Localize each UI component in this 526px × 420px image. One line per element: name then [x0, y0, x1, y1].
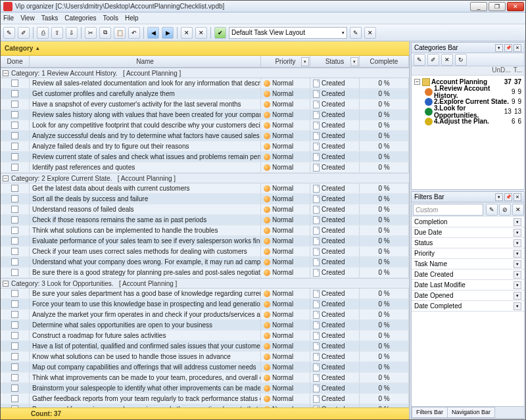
done-checkbox[interactable]: [11, 111, 18, 118]
toolbar-edit-task[interactable]: ✐: [18, 27, 30, 39]
done-checkbox[interactable]: [11, 143, 18, 150]
done-checkbox[interactable]: [11, 321, 18, 329]
toolbar-import[interactable]: ⇩: [66, 27, 78, 39]
toolbar-new-task[interactable]: ✎: [3, 27, 15, 39]
category-tree[interactable]: −Account Planning37371.Review Account Hi…: [412, 76, 524, 189]
cat-refresh-icon[interactable]: ↻: [455, 54, 467, 66]
filter-dropdown-icon[interactable]: ▾: [301, 57, 309, 66]
done-checkbox[interactable]: [11, 300, 18, 308]
task-row[interactable]: Gather feedback reports from your team r…: [1, 394, 409, 404]
done-checkbox[interactable]: [11, 122, 18, 129]
col-priority[interactable]: Priority▾: [261, 56, 310, 67]
task-row[interactable]: Get the latest data about deals with cur…: [1, 183, 409, 194]
filter-dropdown-icon[interactable]: ▾: [514, 302, 521, 310]
task-row[interactable]: Determine what sales opportunities are o…: [1, 320, 409, 331]
done-checkbox[interactable]: [11, 385, 18, 392]
task-row[interactable]: Have a snapshot of every customer's acti…: [1, 99, 409, 110]
panel-options-icon[interactable]: ▾: [495, 44, 503, 52]
done-checkbox[interactable]: [11, 258, 18, 266]
expand-icon[interactable]: −: [414, 79, 420, 85]
done-checkbox[interactable]: [11, 311, 18, 318]
task-row[interactable]: Know what solutions can be used to handl…: [1, 352, 409, 362]
col-done[interactable]: Done: [1, 56, 30, 67]
task-row[interactable]: Review all sales-related documentation a…: [1, 78, 409, 89]
filter-clear-icon[interactable]: ⊘: [499, 204, 511, 216]
filter-field[interactable]: Priority▾: [412, 248, 524, 259]
collapse-icon[interactable]: −: [3, 175, 9, 181]
panel-options-icon[interactable]: ▾: [495, 193, 503, 201]
filter-dropdown-icon[interactable]: ▾: [514, 229, 521, 237]
cat-delete-icon[interactable]: ✕: [441, 54, 453, 66]
task-row[interactable]: Check if those reasons remains the same …: [1, 215, 409, 225]
task-row[interactable]: Identify past references and quotesNorma…: [1, 162, 409, 173]
filter-dropdown-icon[interactable]: ▾: [514, 239, 521, 247]
done-checkbox[interactable]: [11, 248, 18, 255]
done-checkbox[interactable]: [11, 164, 18, 171]
filter-field[interactable]: Completion▾: [412, 217, 524, 227]
toolbar-delete-layout[interactable]: ✕: [364, 27, 376, 39]
done-checkbox[interactable]: [11, 269, 18, 276]
filter-field[interactable]: Date Last Modifie▾: [412, 280, 524, 291]
task-row[interactable]: Force your team to use this knowledge ba…: [1, 299, 409, 310]
filter-dropdown-icon[interactable]: ▾: [514, 271, 521, 279]
panel-pin-icon[interactable]: 📌: [504, 44, 512, 52]
done-checkbox[interactable]: [11, 290, 18, 297]
filter-dropdown-icon[interactable]: ▾: [350, 57, 358, 66]
task-row[interactable]: Look for any competitive footprint that …: [1, 120, 409, 131]
task-row[interactable]: Understand reasons of failed dealsNormal…: [1, 204, 409, 215]
task-row[interactable]: Check if your team uses correct sales me…: [1, 246, 409, 257]
minimize-button[interactable]: _: [470, 2, 487, 11]
task-row[interactable]: Map out company capabilities and offerin…: [1, 362, 409, 373]
toolbar-today-back[interactable]: ✕: [181, 27, 193, 39]
filter-field[interactable]: Date Created▾: [412, 269, 524, 280]
filter-apply-icon[interactable]: ✎: [486, 204, 498, 216]
toolbar-today-fwd[interactable]: ✕: [195, 27, 207, 39]
task-row[interactable]: Think what improvements can be made to y…: [1, 373, 409, 383]
filter-field[interactable]: Date Completed▾: [412, 301, 524, 312]
panel-close-icon[interactable]: ✕: [514, 44, 521, 52]
filter-dropdown-icon[interactable]: ▾: [514, 218, 521, 226]
toolbar-cut[interactable]: ✂: [85, 27, 97, 39]
col-name[interactable]: Name: [30, 56, 261, 67]
toolbar-next[interactable]: ▶: [162, 27, 174, 39]
task-row[interactable]: Analyze the market your firm operates in…: [1, 310, 409, 320]
done-checkbox[interactable]: [11, 342, 18, 350]
filter-dropdown-icon[interactable]: ▾: [514, 292, 521, 300]
filter-field[interactable]: Due Date▾: [412, 227, 524, 238]
toolbar-save-layout[interactable]: ✎: [350, 27, 362, 39]
task-row[interactable]: Think what solutions can be implemented …: [1, 225, 409, 236]
done-checkbox[interactable]: [11, 132, 18, 139]
tree-item[interactable]: 1.Review Account History.99: [413, 87, 523, 97]
toolbar-prev[interactable]: ◀: [147, 27, 159, 39]
task-row[interactable]: Review sales history along with values t…: [1, 110, 409, 120]
tree-item[interactable]: 3.Look for Opportunities.1313: [413, 106, 523, 116]
done-checkbox[interactable]: [11, 153, 18, 160]
done-checkbox[interactable]: [11, 332, 18, 339]
maximize-button[interactable]: ❐: [489, 2, 506, 11]
menu-tools[interactable]: Tools: [103, 14, 118, 22]
filter-field[interactable]: Task Name▾: [412, 259, 524, 269]
toolbar-paste[interactable]: 📋: [114, 27, 126, 39]
done-checkbox[interactable]: [11, 206, 18, 213]
task-row[interactable]: Analyze failed deals and try to figure o…: [1, 141, 409, 152]
task-row[interactable]: Review current state of sales and check …: [1, 152, 409, 162]
task-row[interactable]: Evaluate performance of your sales team …: [1, 236, 409, 246]
done-checkbox[interactable]: [11, 195, 18, 202]
done-checkbox[interactable]: [11, 216, 18, 223]
col-status[interactable]: Status▾: [310, 56, 360, 67]
filter-field[interactable]: Status▾: [412, 238, 524, 248]
done-checkbox[interactable]: [11, 363, 18, 371]
done-checkbox[interactable]: [11, 101, 18, 108]
done-checkbox[interactable]: [11, 353, 18, 360]
filter-custom-input[interactable]: Custom: [413, 204, 483, 216]
task-row[interactable]: Get customer profiles and carefully anal…: [1, 89, 409, 99]
group-header[interactable]: −Category: 2 Explore Current State. [ Ac…: [1, 173, 409, 183]
filter-delete-icon[interactable]: ✕: [512, 204, 524, 216]
group-header[interactable]: −Category: 3 Look for Opportunities. [ A…: [1, 278, 409, 289]
collapse-icon[interactable]: −: [3, 70, 9, 76]
menu-tasks[interactable]: Tasks: [41, 14, 59, 22]
done-checkbox[interactable]: [11, 395, 18, 402]
close-button[interactable]: ✕: [507, 2, 524, 11]
toolbar-export[interactable]: ⇪: [51, 27, 63, 39]
task-row[interactable]: Be sure there is a good strategy for pla…: [1, 268, 409, 278]
